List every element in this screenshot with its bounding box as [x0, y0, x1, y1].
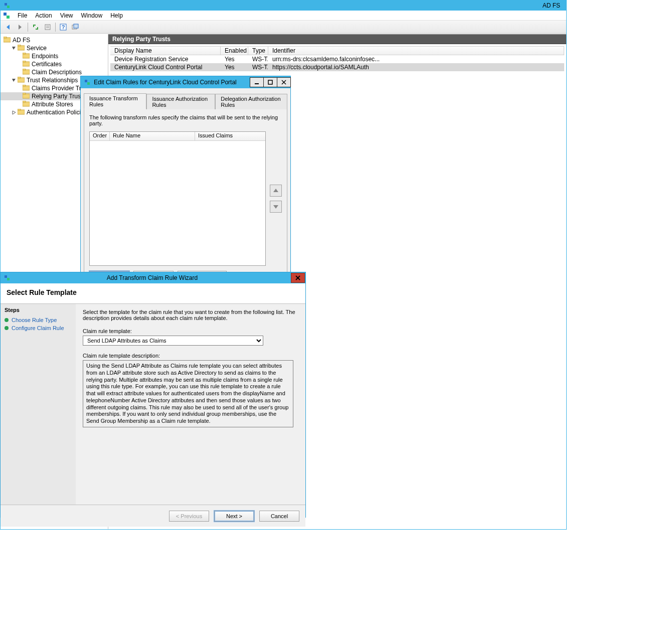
svg-text:?: ?	[62, 24, 65, 30]
svg-rect-32	[23, 101, 26, 102]
help-button[interactable]: ?	[58, 22, 69, 33]
tree-attr-stores-label: Attribute Stores	[32, 101, 73, 108]
menu-file[interactable]: File	[14, 11, 31, 20]
list-row[interactable]: CenturyLink Cloud Control Portal Yes WS-…	[110, 63, 564, 71]
svg-rect-2	[4, 13, 7, 16]
col-type[interactable]: Type	[248, 47, 268, 55]
step-label: Configure Claim Rule	[12, 325, 64, 331]
steps-title: Steps	[5, 307, 72, 313]
cancel-button[interactable]: Cancel	[259, 511, 299, 522]
menu-help[interactable]: Help	[106, 11, 127, 20]
tree-certificates[interactable]: Certificates	[1, 60, 108, 68]
folder-icon	[18, 77, 25, 84]
close-button[interactable]	[291, 273, 305, 283]
move-down-button[interactable]	[270, 201, 282, 213]
collapse-icon[interactable]	[12, 78, 16, 83]
cell-display: CenturyLink Cloud Control Portal	[110, 63, 221, 71]
tab-delegation-auth[interactable]: Delegation Authorization Rules	[215, 94, 287, 109]
col-display-name[interactable]: Display Name	[110, 47, 221, 55]
list-header: Display Name Enabled Type Identifier	[110, 46, 564, 55]
svg-rect-39	[268, 80, 272, 84]
close-button[interactable]	[277, 77, 291, 87]
move-up-button[interactable]	[270, 185, 282, 197]
toolbar-separator	[28, 23, 28, 32]
svg-rect-35	[18, 109, 21, 110]
adfs-icon	[4, 274, 11, 281]
claim-rule-template-select[interactable]: Send LDAP Attributes as Claims	[83, 336, 263, 346]
cell-identifier: urn:ms-drs:clcsamldemo.falconinfosec...	[268, 55, 564, 63]
back-button[interactable]	[3, 22, 14, 33]
tree-service[interactable]: Service	[1, 44, 108, 52]
folder-icon	[23, 101, 30, 108]
folder-icon	[23, 61, 30, 68]
rule-list[interactable]: Order Rule Name Issued Claims	[89, 131, 266, 266]
svg-marker-42	[273, 189, 278, 192]
svg-marker-5	[19, 25, 22, 30]
tabstrip: Issuance Transform Rules Issuance Author…	[84, 93, 287, 109]
tree-root-label: AD FS	[13, 37, 30, 44]
col-rule-name[interactable]: Rule Name	[110, 132, 195, 140]
svg-rect-6	[45, 25, 50, 30]
forward-button[interactable]	[15, 22, 26, 33]
expand-icon[interactable]	[12, 110, 16, 115]
col-issued-claims[interactable]: Issued Claims	[195, 132, 265, 140]
svg-rect-44	[5, 275, 7, 278]
list-body: Device Registration Service Yes WS-T... …	[110, 55, 564, 71]
folder-icon	[23, 93, 30, 100]
tree-trust-rel-label: Trust Relationships	[27, 77, 78, 84]
menubar: File Action View Window Help	[1, 11, 566, 21]
menu-window[interactable]: Window	[77, 11, 107, 20]
svg-rect-1	[7, 6, 10, 8]
col-enabled[interactable]: Enabled	[221, 47, 248, 55]
step-label: Choose Rule Type	[12, 317, 57, 323]
adfs-menu-icon	[3, 12, 11, 20]
adfs-icon	[84, 79, 91, 86]
folder-icon	[18, 45, 25, 52]
next-button[interactable]: Next >	[214, 511, 254, 522]
svg-rect-19	[23, 53, 26, 54]
refresh-button[interactable]	[30, 22, 41, 33]
tab-issuance-auth[interactable]: Issuance Authorization Rules	[146, 94, 215, 109]
dialog-title-bar[interactable]: Edit Claim Rules for CenturyLink Cloud C…	[81, 76, 290, 88]
rule-list-header: Order Rule Name Issued Claims	[90, 132, 265, 141]
tree-root[interactable]: AD FS	[1, 36, 108, 44]
folder-icon	[23, 53, 30, 60]
panel-description: The following transform rules specify th…	[89, 114, 282, 126]
properties-button[interactable]	[42, 22, 53, 33]
maximize-button[interactable]	[263, 77, 277, 87]
dialog-title: Edit Claim Rules for CenturyLink Cloud C…	[94, 79, 250, 86]
tree-auth-policies-label: Authentication Policies	[27, 109, 87, 116]
folder-icon	[18, 109, 25, 116]
cell-type: WS-T...	[248, 55, 268, 63]
toolbar: ?	[1, 21, 566, 34]
menu-view[interactable]: View	[56, 11, 77, 20]
menu-action[interactable]: Action	[31, 11, 56, 20]
wizard-buttons: < Previous Next > Cancel	[1, 505, 305, 527]
collapse-icon[interactable]	[12, 46, 16, 51]
wizard-title-bar[interactable]: Add Transform Claim Rule Wizard	[1, 272, 305, 283]
step-configure-claim-rule[interactable]: Configure Claim Rule	[5, 324, 72, 332]
wizard-steps-pane: Steps Choose Rule Type Configure Claim R…	[1, 304, 76, 505]
tab-issuance-transform[interactable]: Issuance Transform Rules	[84, 93, 146, 109]
tab-panel: The following transform rules specify th…	[84, 109, 287, 287]
previous-button: < Previous	[169, 511, 209, 522]
tree-endpoints[interactable]: Endpoints	[1, 52, 108, 60]
col-identifier[interactable]: Identifier	[268, 47, 564, 55]
svg-marker-43	[273, 205, 278, 209]
toolbar-separator	[55, 23, 56, 32]
svg-rect-45	[7, 278, 10, 280]
svg-rect-28	[23, 85, 26, 86]
step-choose-rule-type[interactable]: Choose Rule Type	[5, 316, 72, 324]
new-window-button[interactable]	[70, 22, 81, 33]
add-transform-rule-wizard: Add Transform Claim Rule Wizard Select R…	[0, 272, 306, 518]
list-row[interactable]: Device Registration Service Yes WS-T... …	[110, 55, 564, 63]
folder-icon	[4, 37, 11, 44]
adfs-icon	[4, 2, 11, 9]
step-bullet-icon	[5, 318, 9, 322]
svg-rect-0	[5, 3, 7, 6]
svg-marker-24	[12, 79, 16, 82]
wizard-main-pane: Select the template for the claim rule t…	[76, 304, 305, 505]
minimize-button[interactable]	[250, 77, 264, 87]
col-order[interactable]: Order	[90, 132, 110, 140]
tree-claim-descriptions[interactable]: Claim Descriptions	[1, 68, 108, 76]
